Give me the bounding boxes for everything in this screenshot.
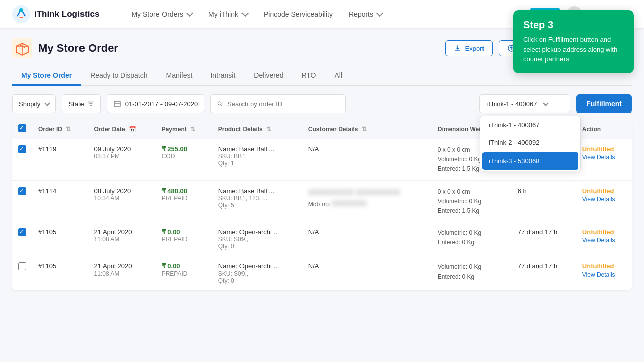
export-button[interactable]: Export: [445, 40, 493, 56]
tab-my-store-order[interactable]: My Store Order: [12, 66, 81, 86]
page-title-area: My Store Order: [12, 38, 118, 58]
tab-manifest[interactable]: Manifest: [157, 66, 202, 86]
logo-text: iThink Logistics: [34, 9, 99, 19]
table-row: #1105 21 April 2020 11:08 AM ₹ 0.00 PREP…: [12, 222, 632, 256]
warehouse-option-2[interactable]: iThink-2 - 400092: [480, 134, 580, 151]
warehouse-option-1[interactable]: iThink-1 - 400067: [480, 116, 580, 134]
cell-elapsed: 77 d and 17 h: [512, 222, 576, 256]
cell-order-id: #1119: [32, 139, 88, 181]
cell-order-id: #1105: [32, 222, 88, 256]
chevron-down-icon: [45, 100, 50, 106]
search-icon: [217, 100, 223, 107]
col-order-date: Order Date 📅: [88, 119, 155, 139]
cell-action: Unfulfilled View Details: [576, 222, 632, 256]
table-row: #1105 21 April 2020 11:08 AM ₹ 0.00 PREP…: [12, 256, 632, 291]
chevron-down-icon: [242, 10, 249, 17]
filter-icon: [87, 100, 94, 107]
step-tooltip: Step 3 Click on Fulfillment button and s…: [513, 10, 634, 73]
page-title: My Store Order: [38, 42, 118, 55]
row-checkbox[interactable]: [18, 228, 26, 236]
cell-elapsed: 77 d and 17 h: [512, 256, 576, 291]
cell-order-date: 09 July 2020 03:37 PM: [88, 139, 155, 181]
shopify-filter[interactable]: Shopify: [12, 94, 56, 113]
cell-dimensions: 0 x 0 x 0 cm Volumetric: 0 Kg Entered: 1…: [432, 180, 512, 222]
cell-product: Name: Open-archi ... SKU: S09,, Qty: 0: [212, 256, 302, 291]
view-details-link[interactable]: View Details: [582, 154, 626, 161]
svg-point-9: [218, 102, 221, 105]
cell-product: Name: Base Ball ... SKU: BB1 Qty: 1: [212, 139, 302, 181]
tab-delivered[interactable]: Delivered: [245, 66, 292, 86]
tab-rto[interactable]: RTO: [292, 66, 325, 86]
warehouse-option-3[interactable]: iThink-3 - 530068: [482, 152, 578, 170]
cell-action: Unfulfilled View Details: [576, 256, 632, 291]
row-checkbox[interactable]: [18, 262, 26, 270]
col-action: Action: [576, 119, 632, 139]
chevron-down-icon: [376, 10, 383, 17]
filters-row: Shopify State 01-01-2017 - 09-07-2020 iT…: [12, 94, 632, 113]
cell-action: Unfulfilled View Details: [576, 180, 632, 222]
logo-icon: [12, 5, 30, 23]
sort-icon[interactable]: ⇅: [362, 126, 367, 133]
cell-order-date: 21 April 2020 11:08 AM: [88, 222, 155, 256]
chevron-down-icon: [543, 100, 549, 106]
cell-payment: ₹ 255.00 COD: [155, 139, 212, 181]
cell-payment: ₹ 480.00 PREPAID: [155, 180, 212, 222]
svg-rect-8: [114, 101, 120, 107]
row-checkbox[interactable]: [18, 145, 26, 153]
cell-product: Name: Open-archi ... SKU: S09,, Qty: 0: [212, 222, 302, 256]
page-icon: [12, 38, 32, 58]
cell-dimensions: Volumetric: 0 Kg Entered: 0 Kg: [432, 256, 512, 291]
cell-action: Unfulfilled View Details: [576, 139, 632, 181]
calendar-icon[interactable]: 📅: [129, 126, 136, 133]
cell-order-date: 08 July 2020 10:34 AM: [88, 180, 155, 222]
warehouse-dropdown: iThink-1 - 400067 iThink-2 - 400092 iThi…: [480, 116, 581, 171]
warehouse-select[interactable]: iThink-1 - 400067 iThink-1 - 400067 iThi…: [479, 94, 570, 113]
state-filter[interactable]: State: [62, 94, 100, 113]
sort-icon[interactable]: ⇅: [66, 126, 71, 133]
col-customer-details: Customer Details ⇅: [302, 119, 432, 139]
chevron-down-icon: [186, 10, 193, 17]
cell-customer: Mob no:: [302, 180, 432, 222]
search-input[interactable]: [227, 100, 339, 108]
row-checkbox[interactable]: [18, 187, 26, 195]
cell-order-date: 21 April 2020 11:08 AM: [88, 256, 155, 291]
svg-point-1: [19, 8, 23, 12]
cell-product: Name: Base Ball ... SKU: BB1, 123, ... Q…: [212, 180, 302, 222]
col-product-details: Product Details ⇅: [212, 119, 302, 139]
cell-customer: N/A: [302, 222, 432, 256]
col-order-id: Order ID ⇅: [32, 119, 88, 139]
view-details-link[interactable]: View Details: [582, 196, 626, 203]
tab-all[interactable]: All: [325, 66, 351, 86]
cell-order-id: #1114: [32, 180, 88, 222]
svg-point-0: [12, 5, 30, 23]
logo[interactable]: iThink Logistics: [12, 5, 99, 23]
step-title: Step 3: [523, 19, 624, 31]
tab-ready-to-dispatch[interactable]: Ready to Dispatch: [81, 66, 156, 86]
step-description: Click on Fulfillment button and select p…: [523, 35, 624, 64]
date-filter[interactable]: 01-01-2017 - 09-07-2020: [107, 94, 205, 113]
search-filter[interactable]: [210, 94, 345, 113]
calendar-icon: [113, 100, 121, 108]
sort-icon[interactable]: ⇅: [190, 126, 195, 133]
tab-intransit[interactable]: Intransit: [201, 66, 245, 86]
export-icon: [454, 44, 462, 52]
cell-payment: ₹ 0.00 PREPAID: [155, 222, 212, 256]
nav-reports[interactable]: Reports: [341, 0, 390, 28]
view-details-link[interactable]: View Details: [582, 271, 626, 278]
col-payment: Payment ⇅: [155, 119, 212, 139]
cell-order-id: #1105: [32, 256, 88, 291]
cell-customer: N/A: [302, 139, 432, 181]
cell-customer: N/A: [302, 256, 432, 291]
select-all-checkbox[interactable]: [18, 124, 26, 132]
nav-my-store-orders[interactable]: My Store Orders: [123, 0, 200, 28]
cell-payment: ₹ 0.00 PREPAID: [155, 256, 212, 291]
sort-icon[interactable]: ⇅: [266, 126, 271, 133]
table-row: #1114 08 July 2020 10:34 AM ₹ 480.00 PRE…: [12, 180, 632, 222]
view-details-link[interactable]: View Details: [582, 237, 626, 244]
cell-elapsed: 6 h: [512, 180, 576, 222]
main-nav: My Store Orders My iThink Pincode Servic…: [123, 0, 530, 28]
nav-pincode[interactable]: Pincode Serviceability: [256, 0, 341, 28]
nav-my-ithink[interactable]: My iThink: [200, 0, 256, 28]
cell-dimensions: Volumetric: 0 Kg Entered: 0 Kg: [432, 222, 512, 256]
fulfillment-button[interactable]: Fulfillment: [576, 94, 632, 113]
